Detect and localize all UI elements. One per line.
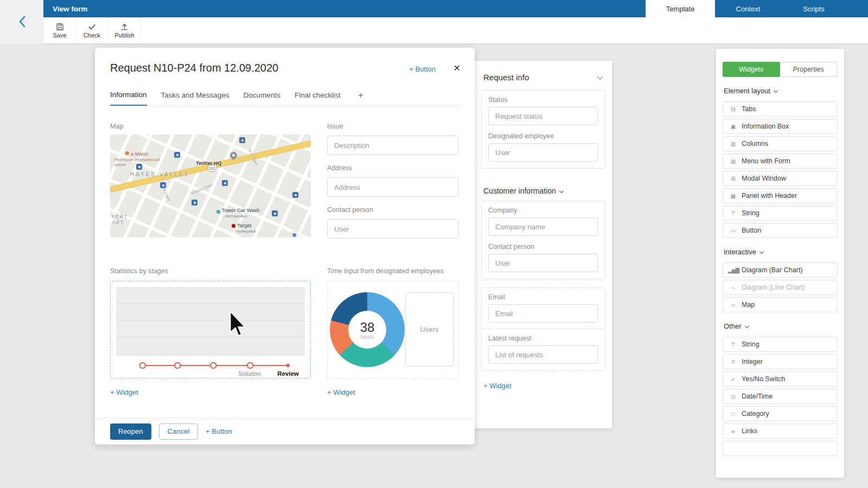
stage-label-solution: Solution bbox=[228, 370, 271, 377]
topbar: View form Template Context Scripts bbox=[43, 0, 868, 17]
stats-label: Statistics by stages bbox=[110, 267, 168, 275]
cursor-icon bbox=[229, 311, 246, 337]
section-element-layout[interactable]: Element layout bbox=[724, 87, 837, 95]
widget-item-modal-window[interactable]: ⊞Modal Window bbox=[723, 171, 838, 186]
latest-request-input[interactable] bbox=[488, 345, 598, 364]
widget-item-links[interactable]: ∞Links bbox=[723, 423, 838, 439]
modal-window-icon: ⊞ bbox=[728, 176, 738, 182]
widget-item-tabs[interactable]: ⊟Tabs bbox=[723, 101, 838, 117]
target-logo-icon bbox=[232, 224, 235, 228]
button-icon: ▭ bbox=[728, 228, 738, 234]
section-other[interactable]: Other bbox=[724, 322, 837, 330]
widget-item-date-time[interactable]: ◷Date/Time bbox=[723, 389, 838, 404]
tab-information[interactable]: Information bbox=[110, 91, 147, 106]
widget-item-columns[interactable]: ▥Columns bbox=[723, 136, 838, 151]
map-poi-tower-car-wash: Tower Car Wash bbox=[222, 207, 260, 213]
company-input[interactable] bbox=[488, 217, 598, 236]
add-widget-link-panel[interactable]: + Widget bbox=[483, 382, 512, 390]
tab-template[interactable]: Template bbox=[646, 0, 715, 17]
add-button-link-footer[interactable]: + Button bbox=[206, 427, 232, 435]
widget-item-string[interactable]: ⊤String bbox=[723, 206, 838, 221]
map-poi-a-mano: a Mano bbox=[131, 151, 148, 157]
carwash-dot-icon bbox=[216, 210, 220, 214]
widget-item-yes-no-switch[interactable]: ✓Yes/No Switch bbox=[723, 371, 838, 387]
add-widget-link-left[interactable]: + Widget bbox=[110, 388, 138, 396]
donut-chart-widget[interactable]: 38 hours Users bbox=[327, 281, 458, 378]
add-widget-link-right[interactable]: + Widget bbox=[327, 388, 355, 396]
company-label: Company bbox=[488, 207, 598, 214]
widget-item-diagram-bar-chart[interactable]: ▂▅▇Diagram (Bar Chart) bbox=[723, 262, 838, 278]
status-group[interactable]: Status Designated employee bbox=[481, 90, 605, 169]
stage-label-review: Review bbox=[271, 370, 305, 377]
save-button[interactable]: Save bbox=[43, 17, 76, 43]
stats-plot-area bbox=[116, 287, 305, 356]
tab-tasks-and-messages[interactable]: Tasks and Messages bbox=[161, 91, 229, 105]
contact-person-label-panel: Contact person bbox=[488, 243, 598, 251]
status-input[interactable] bbox=[488, 107, 598, 125]
widget-item-menu-with-form[interactable]: ▤Menu with Form bbox=[723, 153, 838, 169]
email-label: Email bbox=[488, 293, 598, 301]
users-legend-box[interactable]: Users bbox=[405, 292, 454, 367]
contact-person-input[interactable] bbox=[327, 219, 458, 239]
cancel-button[interactable]: Cancel bbox=[159, 423, 198, 440]
toolbar: Save Check Publish bbox=[43, 17, 868, 43]
widget-item-category[interactable]: □Category bbox=[723, 406, 838, 421]
address-input[interactable] bbox=[327, 177, 458, 197]
stats-line-chart-widget[interactable]: Solution Review bbox=[110, 281, 311, 378]
issue-input[interactable] bbox=[327, 136, 458, 155]
widget-item-map[interactable]: ▱Map bbox=[723, 297, 838, 312]
close-icon[interactable]: ✕ bbox=[454, 63, 461, 73]
check-button[interactable]: Check bbox=[76, 17, 108, 43]
map-widget[interactable]: a Mano Ресторан итальянской кухни Twitte… bbox=[110, 134, 311, 237]
widget-item-integer[interactable]: #Integer bbox=[723, 354, 838, 369]
reopen-button[interactable]: Reopen bbox=[110, 423, 151, 440]
issue-label: Issue bbox=[327, 123, 343, 130]
tab-context[interactable]: Context bbox=[715, 0, 781, 17]
tab-scripts[interactable]: Scripts bbox=[781, 0, 846, 17]
current-location-icon bbox=[291, 232, 297, 237]
designated-employee-input[interactable] bbox=[488, 143, 598, 162]
string-icon: ⊤ bbox=[728, 342, 738, 348]
restaurant-dot-icon bbox=[125, 151, 129, 155]
widget-item-diagram-line-chart[interactable]: ∿Diagram (Line Chart) bbox=[723, 280, 838, 295]
transit-marker-icon bbox=[192, 200, 197, 206]
widget-item-empty[interactable] bbox=[723, 441, 838, 456]
contact-person-input-panel[interactable] bbox=[488, 254, 598, 272]
information-box-icon: ▣ bbox=[728, 124, 738, 130]
email-group[interactable]: Email bbox=[481, 287, 605, 330]
widget-item-panel-with-header[interactable]: ▦Panel with Header bbox=[723, 188, 838, 203]
section-interactive[interactable]: Interactive bbox=[724, 248, 837, 256]
tabs-icon: ⊟ bbox=[728, 106, 738, 112]
integer-icon: # bbox=[728, 359, 738, 365]
chevron-down-icon[interactable] bbox=[597, 73, 603, 79]
tab-documents[interactable]: Documents bbox=[244, 91, 280, 105]
tab-widgets[interactable]: Widgets bbox=[723, 62, 780, 77]
donut-center-value: 38 bbox=[360, 320, 375, 335]
donut-center: 38 hours bbox=[348, 311, 386, 349]
back-button[interactable] bbox=[11, 11, 33, 33]
add-button-link[interactable]: + Button bbox=[409, 65, 436, 73]
request-info-title[interactable]: Request info bbox=[483, 73, 529, 82]
datetime-icon: ◷ bbox=[728, 394, 738, 400]
publish-button[interactable]: Publish bbox=[108, 17, 141, 43]
chevron-left-icon bbox=[18, 15, 26, 28]
company-group[interactable]: Company Contact person bbox=[481, 201, 605, 279]
widget-item-information-box[interactable]: ▣Information Box bbox=[723, 119, 838, 134]
category-icon: □ bbox=[728, 411, 738, 417]
map-district2-line1: КЕЙТ bbox=[112, 214, 128, 219]
tab-final-checklist[interactable]: Final checklist bbox=[295, 91, 341, 105]
check-icon bbox=[88, 23, 96, 31]
widget-item-string-other[interactable]: ⊤String bbox=[723, 337, 838, 352]
save-icon bbox=[56, 23, 64, 31]
topbar-tabs: Template Context Scripts bbox=[646, 0, 846, 17]
latest-request-group[interactable]: Latest request bbox=[481, 329, 605, 371]
email-input[interactable] bbox=[488, 304, 598, 323]
widget-item-button[interactable]: ▭Button bbox=[723, 223, 838, 238]
tab-properties[interactable]: Properties bbox=[780, 62, 838, 77]
map-poi-target: Target bbox=[237, 222, 251, 228]
customer-information-title[interactable]: Customer information bbox=[483, 187, 563, 195]
donut-center-unit: hours bbox=[360, 334, 374, 340]
save-label: Save bbox=[53, 32, 66, 38]
publish-label: Publish bbox=[114, 32, 134, 38]
add-tab-icon[interactable]: + bbox=[358, 90, 363, 105]
